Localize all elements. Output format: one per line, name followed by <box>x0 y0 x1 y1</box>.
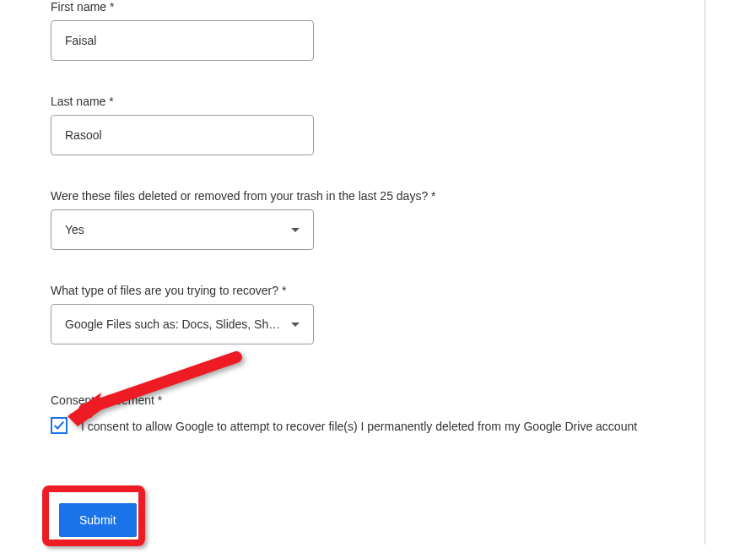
caret-down-icon <box>291 323 300 327</box>
last-name-input[interactable] <box>51 115 314 155</box>
file-type-value: Google Files such as: Docs, Slides, She.… <box>65 317 281 331</box>
deleted-question-dropdown[interactable]: Yes <box>51 209 314 250</box>
file-type-label: What type of files are you trying to rec… <box>51 284 705 297</box>
submit-button[interactable]: Submit <box>59 503 137 537</box>
consent-label: Consent agreement * <box>51 393 705 407</box>
consent-text: I consent to allow Google to attempt to … <box>81 417 637 436</box>
checkmark-icon <box>53 420 65 431</box>
caret-down-icon <box>291 228 300 232</box>
consent-checkbox[interactable] <box>51 417 68 434</box>
file-type-dropdown[interactable]: Google Files such as: Docs, Slides, She.… <box>51 304 314 344</box>
deleted-question-value: Yes <box>65 223 281 236</box>
vertical-divider <box>705 0 705 545</box>
last-name-label: Last name * <box>51 95 705 108</box>
deleted-question-label: Were these files deleted or removed from… <box>51 189 705 203</box>
first-name-label: First name * <box>51 0 705 14</box>
first-name-input[interactable] <box>51 20 314 61</box>
